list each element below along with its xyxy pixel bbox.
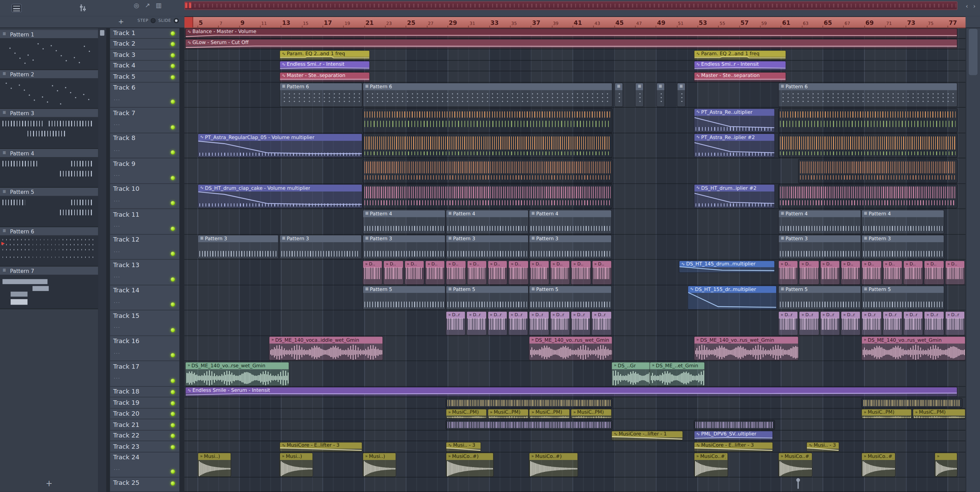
playlist-clip[interactable] bbox=[861, 398, 963, 408]
pattern-item-7[interactable]: ≣Pattern 7 bbox=[0, 267, 98, 309]
track-header-track-4[interactable]: Track 4 bbox=[110, 60, 179, 71]
view-icon[interactable]: ▥ bbox=[156, 2, 162, 9]
clip-pattern-3[interactable]: ≣Pattern 3 bbox=[861, 235, 944, 259]
track-activity-led[interactable] bbox=[170, 31, 175, 35]
pattern-item-1[interactable]: ≣Pattern 1 bbox=[0, 30, 98, 70]
pattern-item-4[interactable]: ≣Pattern 4 bbox=[0, 149, 98, 188]
track-header-track-11[interactable]: Track 11... bbox=[110, 209, 179, 234]
track-activity-led[interactable] bbox=[170, 150, 175, 155]
clip-ds-me-140-vo-rus-wet-gmin[interactable]: »DS_ME_140_vo..rus_wet_Gmin bbox=[861, 336, 966, 361]
clip-musi[interactable]: »Musi..) bbox=[197, 452, 231, 477]
track-header-track-23[interactable]: Track 23 bbox=[110, 441, 179, 452]
clip-d-r[interactable]: »D..r bbox=[466, 311, 487, 335]
slide-tool-icon[interactable]: ↗ bbox=[145, 2, 150, 9]
playlist-lane-track-7[interactable]: ∿PT_Astra_Re..ultiplier bbox=[185, 108, 966, 133]
clip-d-r[interactable]: »D..r bbox=[799, 311, 819, 335]
track-activity-led[interactable] bbox=[170, 328, 175, 332]
clip-stub-marker[interactable] bbox=[798, 481, 799, 489]
pattern-header[interactable]: ≣Pattern 3 bbox=[0, 109, 98, 118]
clip-musico[interactable]: »MusiCo..#) bbox=[778, 452, 813, 477]
playlist-lane-track-17[interactable]: »DS_ME_140_vo..rse_wet_Gmin»DS_..Gr»DS_M… bbox=[185, 361, 966, 387]
clip-pt-astra-regularclap-05-volume-multiplier[interactable]: ∿PT_Astra_RegularClap_05 - Volume multip… bbox=[197, 134, 363, 158]
track-header-track-25[interactable]: Track 25 bbox=[110, 478, 179, 492]
clip-d-r[interactable]: »D..r bbox=[508, 311, 528, 335]
clip-musicore-e-lifter-3[interactable]: ∿MusiCore - E..lifter - 3 bbox=[279, 442, 363, 452]
track-header-track-8[interactable]: Track 8... bbox=[110, 133, 179, 158]
track-activity-led[interactable] bbox=[170, 226, 175, 231]
clip-pattern-6[interactable]: ≣Pattern 6 bbox=[778, 83, 958, 107]
track-activity-led[interactable] bbox=[170, 277, 175, 281]
clip-musico[interactable]: »MusiCo..#) bbox=[529, 452, 578, 477]
clip-endless-smile-serum-intensit[interactable]: ∿Endless Smile - Serum - Intensit bbox=[185, 387, 958, 397]
track-header-track-18[interactable]: Track 18 bbox=[110, 387, 179, 397]
playlist-lane-track-20[interactable]: »MusiC..PM)»MusiC..PM)»MusiC..PM)»MusiC.… bbox=[185, 408, 966, 419]
step-toggle-icon[interactable] bbox=[151, 18, 156, 23]
timeline-ruler[interactable]: 5791113151719212325272931333537394143454… bbox=[185, 16, 966, 28]
track-activity-led[interactable] bbox=[170, 75, 175, 79]
clip-music-pm[interactable]: »MusiC..PM) bbox=[861, 409, 912, 419]
nav-right-icon[interactable]: › bbox=[973, 2, 975, 9]
clip-d[interactable]: »D.. bbox=[592, 260, 612, 285]
track-header-track-7[interactable]: Track 7... bbox=[110, 108, 179, 133]
pattern-header[interactable]: ≣Pattern 6 bbox=[0, 227, 98, 236]
playlist-lane-track-21[interactable] bbox=[185, 419, 966, 430]
clip-d-r[interactable]: »D..r bbox=[487, 311, 508, 335]
clip-musi[interactable]: »Musi..) bbox=[279, 452, 313, 477]
track-activity-led[interactable] bbox=[170, 125, 175, 129]
pattern-scrollbar-thumb[interactable] bbox=[100, 30, 105, 36]
playlist-lane-track-3[interactable]: ∿Param. EQ 2..and 1 freq∿Param. EQ 2..an… bbox=[185, 50, 966, 60]
clip-pattern-5[interactable]: ≣Pattern 5 bbox=[861, 286, 944, 310]
playlist-lane-track-8[interactable]: ∿PT_Astra_RegularClap_05 - Volume multip… bbox=[185, 133, 966, 158]
playlist-lane-track-4[interactable]: ∿Endless Smi..r - Intensit∿Endless Smi..… bbox=[185, 60, 966, 71]
clip-master-ste-separation[interactable]: ∿Master - Ste..separation bbox=[694, 72, 786, 82]
clip-balance-master-volume[interactable]: ∿Balance - Master - Volume bbox=[185, 28, 958, 38]
playlist-clip[interactable]: » bbox=[934, 452, 958, 477]
snap-icon[interactable]: ◎ bbox=[134, 2, 139, 9]
clip-d[interactable]: »D.. bbox=[882, 260, 902, 285]
clip-musi[interactable]: »Musi..) bbox=[363, 452, 396, 477]
playlist-clip[interactable] bbox=[694, 420, 775, 430]
track-header-track-24[interactable]: Track 24... bbox=[110, 452, 179, 478]
track-header-track-3[interactable]: Track 3 bbox=[110, 50, 179, 60]
clip-d-r[interactable]: »D..r bbox=[778, 311, 798, 335]
clip-pattern-3[interactable]: ≣Pattern 3 bbox=[778, 235, 861, 259]
clip-d-r[interactable]: »D..r bbox=[840, 311, 861, 335]
playlist-lane-track-18[interactable]: ∿Endless Smile - Serum - Intensit bbox=[185, 387, 966, 397]
clip-pattern-3[interactable]: ≣Pattern 3 bbox=[529, 235, 612, 259]
clip-musico[interactable]: »MusiCo..#) bbox=[446, 452, 494, 477]
clip-d[interactable]: »D.. bbox=[571, 260, 591, 285]
playlist-clip[interactable] bbox=[363, 108, 612, 133]
track-header-track-17[interactable]: Track 17... bbox=[110, 361, 179, 387]
playlist-lane-track-2[interactable]: ∿GLow - Serum - Cut Off bbox=[185, 38, 966, 50]
clip-pattern-4[interactable]: ≣Pattern 4 bbox=[529, 209, 612, 234]
clip-param-eq-2-and-1-freq[interactable]: ∿Param. EQ 2..and 1 freq bbox=[279, 50, 370, 60]
track-activity-led[interactable] bbox=[170, 423, 175, 427]
track-header-track-15[interactable]: Track 15... bbox=[110, 310, 179, 335]
clip-d[interactable]: »D.. bbox=[383, 260, 404, 285]
clip-musi-3[interactable]: ∿Musi.. - 3 bbox=[446, 442, 482, 452]
track-activity-led[interactable] bbox=[170, 64, 175, 68]
track-activity-led[interactable] bbox=[170, 99, 175, 104]
clip-ds-ht-drum-clap-cake-volume-multiplier[interactable]: ∿DS_HT_drum_clap_cake - Volume multiplie… bbox=[197, 184, 363, 209]
clip-music-pm[interactable]: »MusiC..PM) bbox=[913, 409, 966, 419]
clip-d-r[interactable]: »D..r bbox=[446, 311, 466, 335]
playlist-vscrollbar-thumb[interactable] bbox=[969, 29, 978, 75]
clip-pattern-3[interactable]: ≣Pattern 3 bbox=[279, 235, 362, 259]
pattern-header[interactable]: ≣Pattern 7 bbox=[0, 267, 98, 275]
playlist-vscrollbar[interactable] bbox=[966, 27, 980, 492]
add-button[interactable]: + bbox=[118, 18, 124, 26]
clip-d-r[interactable]: »D..r bbox=[571, 311, 591, 335]
clip-pattern-5[interactable]: ≣Pattern 5 bbox=[363, 286, 445, 310]
pattern-preview[interactable] bbox=[0, 196, 98, 227]
clip-glow-serum-cut-off[interactable]: ∿GLow - Serum - Cut Off bbox=[185, 39, 958, 49]
clip-music-pm[interactable]: »MusiC..PM) bbox=[446, 409, 487, 419]
track-activity-led[interactable] bbox=[170, 445, 175, 449]
clip-ds-me-et-gmin[interactable]: »DS_ME_..et_Gmin bbox=[649, 361, 705, 386]
pattern-header[interactable]: ≣Pattern 1 bbox=[0, 30, 98, 39]
track-activity-led[interactable] bbox=[170, 434, 175, 438]
playlist-clip[interactable] bbox=[446, 420, 612, 430]
clip-d[interactable]: »D.. bbox=[820, 260, 840, 285]
track-header-track-14[interactable]: Track 14... bbox=[110, 285, 179, 310]
clip-pattern-3[interactable]: ≣Pattern 3 bbox=[363, 235, 445, 259]
playlist-lane-track-24[interactable]: »Musi..)»Musi..)»Musi..)»MusiCo..#)»Musi… bbox=[185, 452, 966, 478]
